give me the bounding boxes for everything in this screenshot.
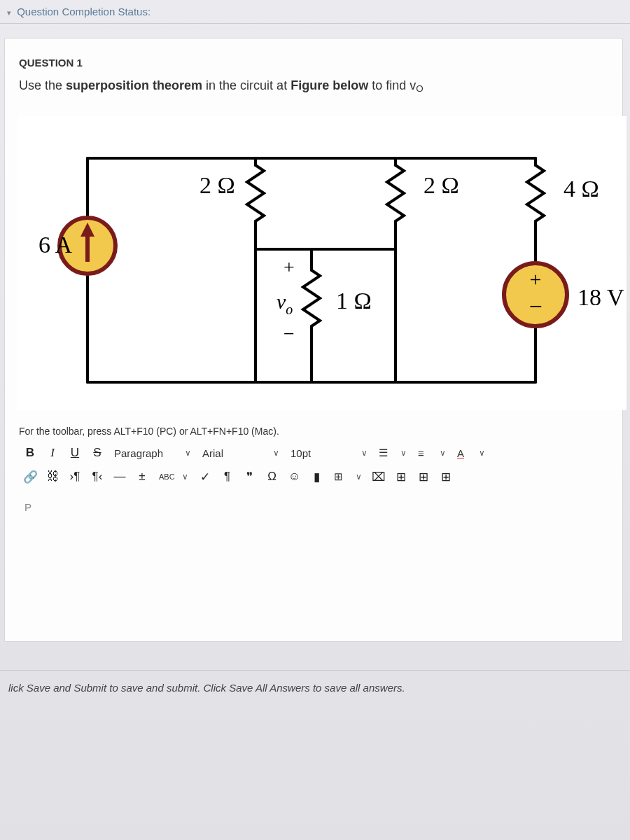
text-color-icon: A bbox=[457, 447, 464, 459]
question-prompt: Use the superposition theorem in the cir… bbox=[19, 78, 607, 94]
chevron-down-icon: ∨ bbox=[356, 472, 362, 482]
unlink-icon: ⛓ bbox=[47, 470, 59, 484]
ltr-icon: ›¶ bbox=[70, 470, 80, 484]
toolbar-hint: For the toolbar, press ALT+F10 (PC) or A… bbox=[19, 426, 607, 437]
voltage-source: + − bbox=[504, 263, 567, 326]
paragraph-style-select[interactable]: Paragraph∨ bbox=[108, 442, 197, 463]
table-icon: ⊞ bbox=[334, 470, 343, 483]
italic-button[interactable]: I bbox=[41, 442, 64, 463]
emoji-button[interactable]: ☺ bbox=[284, 466, 306, 487]
bold-button[interactable]: B bbox=[19, 442, 41, 463]
font-family-select[interactable]: Arial∨ bbox=[197, 442, 285, 463]
grid-icon: ⊞ bbox=[396, 470, 406, 484]
number-list-button[interactable]: ≡∨ bbox=[412, 442, 451, 463]
bullet-list-icon: ☰ bbox=[379, 447, 388, 459]
vo-minus: − bbox=[284, 323, 295, 344]
delete-table-button[interactable]: ⌧ bbox=[368, 466, 390, 487]
emoji-icon: ☺ bbox=[288, 470, 300, 484]
grid1-button[interactable]: ⊞ bbox=[390, 466, 412, 487]
chevron-down-icon: ∨ bbox=[185, 448, 191, 458]
superscript-button[interactable]: ± bbox=[131, 466, 153, 487]
vo-label: vo bbox=[276, 290, 293, 317]
label-2ohm-left: 2 Ω bbox=[200, 172, 235, 198]
delete-table-icon: ⌧ bbox=[372, 470, 386, 484]
answer-editor[interactable]: P bbox=[19, 494, 607, 634]
grid3-button[interactable]: ⊞ bbox=[435, 466, 457, 487]
question-panel: QUESTION 1 Use the superposition theorem… bbox=[4, 38, 623, 642]
label-18v: 18 V bbox=[578, 284, 624, 310]
grid2-button[interactable]: ⊞ bbox=[412, 466, 435, 487]
abc-icon: ABC bbox=[159, 472, 175, 481]
pilcrow-button[interactable]: ¶ bbox=[216, 466, 239, 487]
superscript-icon: ± bbox=[139, 470, 145, 484]
rtl-button[interactable]: ¶‹ bbox=[86, 466, 108, 487]
bookmark-icon: ▮ bbox=[314, 470, 320, 484]
svg-text:−: − bbox=[528, 293, 542, 319]
underline-button[interactable]: U bbox=[64, 442, 86, 463]
bookmark-button[interactable]: ▮ bbox=[306, 466, 328, 487]
chevron-down-icon: ∨ bbox=[400, 448, 407, 458]
pilcrow-icon: ¶ bbox=[224, 470, 230, 484]
svg-text:+: + bbox=[530, 267, 542, 290]
label-4ohm: 4 Ω bbox=[564, 176, 599, 202]
text-color-button[interactable]: A∨ bbox=[451, 442, 491, 463]
chevron-down-icon: ∨ bbox=[361, 448, 368, 458]
font-size-select[interactable]: 10pt∨ bbox=[285, 442, 373, 463]
check-icon: ✓ bbox=[200, 470, 210, 484]
chevron-down-icon: ∨ bbox=[182, 472, 188, 482]
chevron-down-icon: ∨ bbox=[440, 448, 446, 458]
label-6a: 6 A bbox=[38, 232, 73, 258]
strike-button[interactable]: S bbox=[86, 442, 108, 463]
chevron-down-icon: ∨ bbox=[479, 448, 485, 458]
grid-icon: ⊞ bbox=[441, 470, 451, 484]
spellcheck-button[interactable]: ABC∨ bbox=[153, 466, 194, 487]
omega-icon: Ω bbox=[267, 470, 276, 484]
quote-button[interactable]: ❞ bbox=[239, 466, 261, 487]
unlink-button[interactable]: ⛓ bbox=[41, 466, 64, 487]
hr-icon: — bbox=[114, 470, 126, 484]
link-button[interactable]: 🔗 bbox=[19, 466, 41, 487]
chevron-down-icon: ∨ bbox=[273, 448, 279, 458]
circuit-figure: + − 6 A 2 Ω 2 Ω 4 Ω 1 Ω 18 V + vo − bbox=[15, 113, 607, 413]
omega-button[interactable]: Ω bbox=[261, 466, 284, 487]
link-icon: 🔗 bbox=[23, 470, 38, 484]
vo-plus: + bbox=[284, 256, 295, 278]
editor-toolbar: B I U S Paragraph∨ Arial∨ 10pt∨ ☰∨ ≡∨ bbox=[19, 441, 607, 489]
label-1ohm: 1 Ω bbox=[336, 288, 372, 314]
number-list-icon: ≡ bbox=[418, 447, 424, 459]
table-button[interactable]: ⊞∨ bbox=[328, 466, 368, 487]
bullet-list-button[interactable]: ☰∨ bbox=[373, 442, 412, 463]
completion-status-bar: ▾ Question Completion Status: bbox=[0, 0, 630, 24]
ltr-button[interactable]: ›¶ bbox=[64, 466, 86, 487]
status-label: Question Completion Status: bbox=[17, 6, 150, 18]
grid-icon: ⊞ bbox=[419, 470, 428, 484]
disclosure-triangle-icon: ▾ bbox=[7, 8, 11, 18]
label-2ohm-right: 2 Ω bbox=[424, 172, 459, 198]
quote-icon: ❞ bbox=[246, 470, 253, 484]
rtl-icon: ¶‹ bbox=[92, 470, 103, 484]
hr-button[interactable]: — bbox=[108, 466, 131, 487]
footer-instruction: lick Save and Submit to save and submit.… bbox=[0, 670, 630, 705]
check-button[interactable]: ✓ bbox=[194, 466, 216, 487]
question-heading: QUESTION 1 bbox=[19, 57, 607, 69]
